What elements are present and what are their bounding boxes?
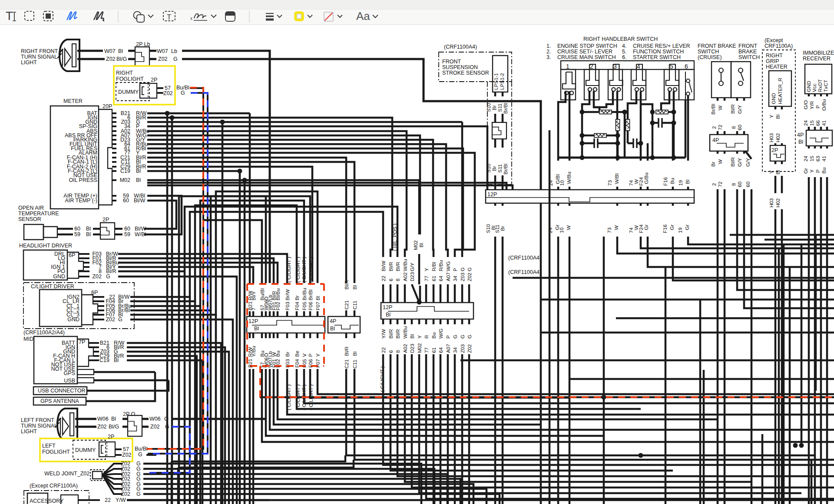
svg-text:OIL PRESS: OIL PRESS [69, 177, 97, 183]
svg-text:60: 60 [737, 125, 742, 130]
svg-text:(CRF1100A2/A4): (CRF1100A2/A4) [23, 329, 65, 336]
svg-text:F16: F16 [662, 224, 668, 233]
svg-text:Z02: Z02 [163, 90, 173, 96]
svg-text:(CRUISE): (CRUISE) [698, 54, 722, 60]
svg-text:Bl: Bl [418, 243, 424, 247]
svg-text:73: 73 [607, 180, 612, 186]
svg-text:Br: Br [491, 105, 497, 110]
svg-text:Br/Bl: Br/Bl [503, 103, 508, 114]
svg-text:60: 60 [737, 181, 742, 187]
svg-text:S10: S10 [486, 103, 491, 112]
svg-text:2: 2 [711, 126, 717, 129]
svg-text:RIGHT: RIGHT [766, 53, 783, 59]
svg-text:Br: Br [491, 166, 497, 171]
svg-text:24: 24 [803, 156, 808, 161]
svg-text:W06: W06 [149, 416, 161, 422]
svg-text:Bl: Bl [798, 139, 803, 145]
svg-text:Bl: Bl [775, 115, 781, 119]
svg-text:CRUISE MAIN SWITCH: CRUISE MAIN SWITCH [557, 54, 616, 60]
svg-text:Bl/G: Bl/G [116, 56, 127, 62]
svg-text:41: 41 [821, 156, 827, 161]
svg-text:12P: 12P [248, 318, 258, 324]
svg-text:FRONT: FRONT [442, 59, 461, 65]
svg-text:Bl: Bl [254, 326, 259, 332]
svg-text:W/Bl: W/Bl [614, 174, 619, 184]
svg-text:RxDT: RxDT [817, 79, 823, 92]
svg-text:19: 19 [678, 180, 683, 186]
svg-text:P: P [445, 335, 451, 339]
svg-text:W/G: W/G [445, 261, 451, 271]
svg-text:LIGHT: LIGHT [21, 428, 37, 435]
svg-text:RIGHT HANDLEBAR SWITCH: RIGHT HANDLEBAR SWITCH [583, 36, 658, 42]
svg-text:4P: 4P [330, 318, 336, 324]
svg-text:Bl/W: Bl/W [134, 198, 146, 204]
svg-text:F04: F04 [294, 301, 300, 310]
svg-text:M02: M02 [417, 343, 422, 353]
svg-text:73: 73 [606, 227, 612, 233]
svg-text:60: 60 [123, 198, 129, 204]
svg-text:(CRF1100A4): (CRF1100A4) [444, 44, 477, 50]
svg-text:Bl/W: Bl/W [381, 260, 386, 271]
svg-text:G/Y: G/Y [737, 158, 742, 167]
svg-text:59: 59 [124, 231, 130, 237]
svg-text:5.: 5. [622, 49, 626, 55]
svg-text:H02: H02 [775, 133, 781, 142]
svg-text:GPS ANTENNA: GPS ANTENNA [40, 398, 79, 404]
svg-text:Bl: Bl [775, 170, 781, 175]
svg-text:F07: F07 [315, 302, 321, 310]
svg-text:6: 6 [388, 279, 394, 281]
svg-text:LEFT FRONT: LEFT FRONT [21, 417, 54, 423]
svg-text:2: 2 [711, 183, 717, 186]
svg-text:34: 34 [452, 347, 458, 353]
svg-text:Be: Be [294, 351, 300, 357]
svg-text:IMMOBILIZER: IMMOBILIZER [803, 50, 834, 56]
svg-text:GND: GND [53, 273, 65, 280]
svg-text:15: 15 [809, 156, 814, 161]
svg-text:F05: F05 [301, 302, 307, 310]
svg-text:STARTER SWITCH: STARTER SWITCH [633, 54, 681, 60]
svg-text:4P: 4P [797, 132, 804, 138]
svg-text:W06: W06 [97, 416, 109, 422]
svg-text:(Except: (Except [764, 37, 783, 43]
svg-text:G/Y: G/Y [737, 105, 742, 114]
svg-text:Bu: Bu [275, 351, 281, 357]
svg-text:CRF1100A): CRF1100A) [764, 43, 793, 49]
svg-text:8: 8 [731, 126, 736, 129]
svg-text:G: G [460, 267, 465, 271]
svg-text:V: V [301, 353, 307, 357]
svg-text:Z02: Z02 [158, 56, 168, 62]
svg-text:34: 34 [452, 276, 458, 281]
svg-text:64: 64 [438, 276, 443, 281]
svg-text:1.: 1. [546, 43, 551, 49]
svg-text:Gr: Gr [803, 168, 808, 174]
svg-text:Bl: Bl [114, 357, 119, 363]
svg-text:Z02: Z02 [467, 273, 472, 281]
svg-text:Bl/Y: Bl/Y [251, 291, 256, 300]
svg-text:BRAKE: BRAKE [738, 49, 757, 55]
svg-text:H03: H03 [768, 198, 774, 208]
svg-text:Y: Y [809, 169, 814, 173]
svg-text:Br: Br [294, 295, 300, 300]
svg-text:C21: C21 [344, 300, 349, 310]
svg-text:2P O: 2P O [123, 411, 136, 417]
svg-text:Bl: Bl [352, 352, 357, 356]
svg-text:41: 41 [821, 120, 827, 126]
svg-text:F06: F06 [308, 302, 313, 310]
svg-text:W: W [613, 225, 619, 230]
svg-text:SUSPENSION: SUSPENSION [442, 64, 478, 70]
svg-text:Y/Bu: Y/Bu [251, 346, 256, 357]
svg-text:77: 77 [424, 347, 429, 353]
svg-text:Br/Bl: Br/Bl [710, 104, 716, 115]
svg-text:T: T [6, 10, 13, 23]
svg-text:72: 72 [717, 125, 723, 130]
svg-text:60: 60 [74, 226, 80, 232]
svg-text:G: G [460, 335, 465, 339]
svg-text:W/Bl: W/Bl [135, 231, 146, 237]
svg-text:AIR TEMP (-): AIR TEMP (-) [65, 198, 97, 204]
svg-text:LIGHT: LIGHT [21, 59, 37, 66]
svg-text:ENGINE STOP SWITCH: ENGINE STOP SWITCH [557, 43, 617, 49]
svg-text:P: P [815, 105, 821, 109]
svg-text:FOGLIGHT: FOGLIGHT [116, 76, 144, 82]
svg-text:Z02: Z02 [122, 452, 132, 458]
svg-text:RIGHT FRONT: RIGHT FRONT [21, 48, 58, 54]
